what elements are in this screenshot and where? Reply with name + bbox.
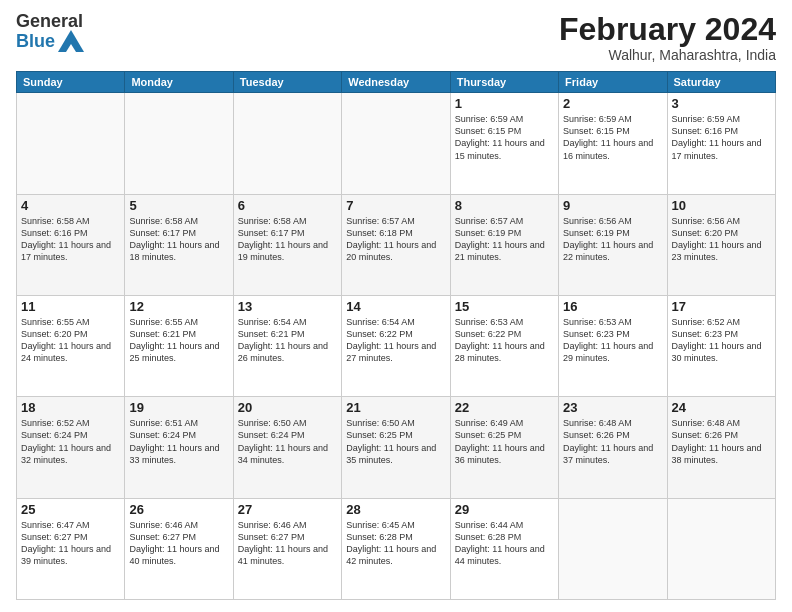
calendar-week-row: 11Sunrise: 6:55 AM Sunset: 6:20 PM Dayli…: [17, 295, 776, 396]
day-info: Sunrise: 6:48 AM Sunset: 6:26 PM Dayligh…: [672, 417, 771, 466]
calendar-day-cell: 8Sunrise: 6:57 AM Sunset: 6:19 PM Daylig…: [450, 194, 558, 295]
day-number: 15: [455, 299, 554, 314]
day-number: 5: [129, 198, 228, 213]
day-info: Sunrise: 6:45 AM Sunset: 6:28 PM Dayligh…: [346, 519, 445, 568]
calendar-day-cell: [667, 498, 775, 599]
day-info: Sunrise: 6:54 AM Sunset: 6:21 PM Dayligh…: [238, 316, 337, 365]
day-info: Sunrise: 6:53 AM Sunset: 6:22 PM Dayligh…: [455, 316, 554, 365]
calendar-day-cell: 12Sunrise: 6:55 AM Sunset: 6:21 PM Dayli…: [125, 295, 233, 396]
day-number: 23: [563, 400, 662, 415]
day-number: 29: [455, 502, 554, 517]
calendar-header-row: SundayMondayTuesdayWednesdayThursdayFrid…: [17, 72, 776, 93]
location: Walhur, Maharashtra, India: [559, 47, 776, 63]
weekday-header-wednesday: Wednesday: [342, 72, 450, 93]
weekday-header-saturday: Saturday: [667, 72, 775, 93]
day-number: 2: [563, 96, 662, 111]
calendar-day-cell: 16Sunrise: 6:53 AM Sunset: 6:23 PM Dayli…: [559, 295, 667, 396]
calendar-day-cell: 1Sunrise: 6:59 AM Sunset: 6:15 PM Daylig…: [450, 93, 558, 194]
day-info: Sunrise: 6:59 AM Sunset: 6:16 PM Dayligh…: [672, 113, 771, 162]
day-number: 25: [21, 502, 120, 517]
day-info: Sunrise: 6:53 AM Sunset: 6:23 PM Dayligh…: [563, 316, 662, 365]
calendar-day-cell: [125, 93, 233, 194]
logo-text: General Blue: [16, 12, 84, 52]
day-info: Sunrise: 6:55 AM Sunset: 6:20 PM Dayligh…: [21, 316, 120, 365]
calendar-day-cell: 14Sunrise: 6:54 AM Sunset: 6:22 PM Dayli…: [342, 295, 450, 396]
calendar-day-cell: 9Sunrise: 6:56 AM Sunset: 6:19 PM Daylig…: [559, 194, 667, 295]
day-number: 3: [672, 96, 771, 111]
calendar-week-row: 4Sunrise: 6:58 AM Sunset: 6:16 PM Daylig…: [17, 194, 776, 295]
day-number: 24: [672, 400, 771, 415]
title-area: February 2024 Walhur, Maharashtra, India: [559, 12, 776, 63]
day-info: Sunrise: 6:46 AM Sunset: 6:27 PM Dayligh…: [129, 519, 228, 568]
calendar-day-cell: 20Sunrise: 6:50 AM Sunset: 6:24 PM Dayli…: [233, 397, 341, 498]
day-number: 16: [563, 299, 662, 314]
day-info: Sunrise: 6:56 AM Sunset: 6:20 PM Dayligh…: [672, 215, 771, 264]
day-number: 21: [346, 400, 445, 415]
weekday-header-friday: Friday: [559, 72, 667, 93]
day-info: Sunrise: 6:58 AM Sunset: 6:17 PM Dayligh…: [129, 215, 228, 264]
day-number: 18: [21, 400, 120, 415]
day-info: Sunrise: 6:50 AM Sunset: 6:25 PM Dayligh…: [346, 417, 445, 466]
day-info: Sunrise: 6:55 AM Sunset: 6:21 PM Dayligh…: [129, 316, 228, 365]
calendar-day-cell: 26Sunrise: 6:46 AM Sunset: 6:27 PM Dayli…: [125, 498, 233, 599]
day-number: 17: [672, 299, 771, 314]
day-info: Sunrise: 6:58 AM Sunset: 6:16 PM Dayligh…: [21, 215, 120, 264]
day-number: 9: [563, 198, 662, 213]
day-number: 10: [672, 198, 771, 213]
day-info: Sunrise: 6:51 AM Sunset: 6:24 PM Dayligh…: [129, 417, 228, 466]
day-number: 11: [21, 299, 120, 314]
calendar-day-cell: 10Sunrise: 6:56 AM Sunset: 6:20 PM Dayli…: [667, 194, 775, 295]
header: General Blue February 2024 Walhur, Mahar…: [16, 12, 776, 63]
day-number: 19: [129, 400, 228, 415]
day-number: 26: [129, 502, 228, 517]
day-info: Sunrise: 6:52 AM Sunset: 6:24 PM Dayligh…: [21, 417, 120, 466]
logo-area: General Blue: [16, 12, 84, 52]
calendar-day-cell: 2Sunrise: 6:59 AM Sunset: 6:15 PM Daylig…: [559, 93, 667, 194]
calendar-day-cell: 24Sunrise: 6:48 AM Sunset: 6:26 PM Dayli…: [667, 397, 775, 498]
calendar-day-cell: [17, 93, 125, 194]
logo-blue: Blue: [16, 32, 55, 52]
day-info: Sunrise: 6:47 AM Sunset: 6:27 PM Dayligh…: [21, 519, 120, 568]
calendar-day-cell: [559, 498, 667, 599]
day-number: 7: [346, 198, 445, 213]
calendar-day-cell: 28Sunrise: 6:45 AM Sunset: 6:28 PM Dayli…: [342, 498, 450, 599]
calendar-day-cell: 4Sunrise: 6:58 AM Sunset: 6:16 PM Daylig…: [17, 194, 125, 295]
day-number: 1: [455, 96, 554, 111]
day-info: Sunrise: 6:49 AM Sunset: 6:25 PM Dayligh…: [455, 417, 554, 466]
calendar-day-cell: 3Sunrise: 6:59 AM Sunset: 6:16 PM Daylig…: [667, 93, 775, 194]
month-title: February 2024: [559, 12, 776, 47]
page: General Blue February 2024 Walhur, Mahar…: [0, 0, 792, 612]
calendar-day-cell: 25Sunrise: 6:47 AM Sunset: 6:27 PM Dayli…: [17, 498, 125, 599]
day-info: Sunrise: 6:59 AM Sunset: 6:15 PM Dayligh…: [563, 113, 662, 162]
calendar-day-cell: 11Sunrise: 6:55 AM Sunset: 6:20 PM Dayli…: [17, 295, 125, 396]
day-info: Sunrise: 6:57 AM Sunset: 6:19 PM Dayligh…: [455, 215, 554, 264]
day-info: Sunrise: 6:56 AM Sunset: 6:19 PM Dayligh…: [563, 215, 662, 264]
weekday-header-thursday: Thursday: [450, 72, 558, 93]
calendar-week-row: 18Sunrise: 6:52 AM Sunset: 6:24 PM Dayli…: [17, 397, 776, 498]
day-number: 28: [346, 502, 445, 517]
calendar-day-cell: 7Sunrise: 6:57 AM Sunset: 6:18 PM Daylig…: [342, 194, 450, 295]
day-number: 22: [455, 400, 554, 415]
day-number: 14: [346, 299, 445, 314]
calendar-day-cell: [233, 93, 341, 194]
day-number: 27: [238, 502, 337, 517]
day-number: 4: [21, 198, 120, 213]
day-info: Sunrise: 6:57 AM Sunset: 6:18 PM Dayligh…: [346, 215, 445, 264]
day-number: 13: [238, 299, 337, 314]
calendar-day-cell: 15Sunrise: 6:53 AM Sunset: 6:22 PM Dayli…: [450, 295, 558, 396]
calendar-week-row: 25Sunrise: 6:47 AM Sunset: 6:27 PM Dayli…: [17, 498, 776, 599]
calendar-day-cell: 19Sunrise: 6:51 AM Sunset: 6:24 PM Dayli…: [125, 397, 233, 498]
day-number: 8: [455, 198, 554, 213]
calendar-day-cell: 17Sunrise: 6:52 AM Sunset: 6:23 PM Dayli…: [667, 295, 775, 396]
day-info: Sunrise: 6:48 AM Sunset: 6:26 PM Dayligh…: [563, 417, 662, 466]
calendar-day-cell: 21Sunrise: 6:50 AM Sunset: 6:25 PM Dayli…: [342, 397, 450, 498]
day-info: Sunrise: 6:50 AM Sunset: 6:24 PM Dayligh…: [238, 417, 337, 466]
calendar-day-cell: 6Sunrise: 6:58 AM Sunset: 6:17 PM Daylig…: [233, 194, 341, 295]
day-info: Sunrise: 6:59 AM Sunset: 6:15 PM Dayligh…: [455, 113, 554, 162]
calendar-table: SundayMondayTuesdayWednesdayThursdayFrid…: [16, 71, 776, 600]
day-info: Sunrise: 6:46 AM Sunset: 6:27 PM Dayligh…: [238, 519, 337, 568]
calendar-day-cell: 29Sunrise: 6:44 AM Sunset: 6:28 PM Dayli…: [450, 498, 558, 599]
calendar-day-cell: 22Sunrise: 6:49 AM Sunset: 6:25 PM Dayli…: [450, 397, 558, 498]
calendar-day-cell: 23Sunrise: 6:48 AM Sunset: 6:26 PM Dayli…: [559, 397, 667, 498]
calendar-week-row: 1Sunrise: 6:59 AM Sunset: 6:15 PM Daylig…: [17, 93, 776, 194]
